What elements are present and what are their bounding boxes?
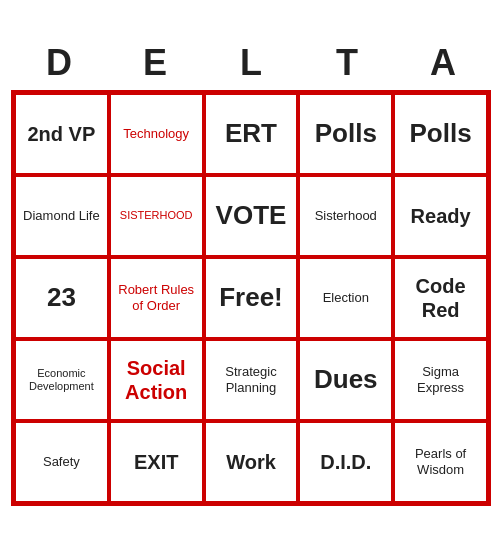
header-letter-L: L xyxy=(203,38,299,88)
header-letter-A: A xyxy=(395,38,491,88)
cell-2-2: Free! xyxy=(204,257,299,339)
cell-2-3: Election xyxy=(298,257,393,339)
header-letter-T: T xyxy=(299,38,395,88)
cell-3-4: Sigma Express xyxy=(393,339,488,421)
cell-1-1: SISTERHOOD xyxy=(109,175,204,257)
cell-text-1-4: Ready xyxy=(411,204,471,228)
cell-2-1: Robert Rules of Order xyxy=(109,257,204,339)
cell-text-2-1: Robert Rules of Order xyxy=(115,282,198,313)
cell-4-2: Work xyxy=(204,421,299,503)
cell-text-0-0: 2nd VP xyxy=(28,122,96,146)
bingo-card: DELTA 2nd VPTechnologyERTPollsPollsDiamo… xyxy=(11,38,491,506)
header-letter-D: D xyxy=(11,38,107,88)
cell-text-0-4: Polls xyxy=(410,118,472,149)
cell-text-0-2: ERT xyxy=(225,118,277,149)
cell-text-4-1: EXIT xyxy=(134,450,178,474)
cell-text-4-4: Pearls of Wisdom xyxy=(399,446,482,477)
cell-text-4-2: Work xyxy=(226,450,276,474)
cell-text-1-3: Sisterhood xyxy=(315,208,377,224)
cell-1-2: VOTE xyxy=(204,175,299,257)
bingo-grid: 2nd VPTechnologyERTPollsPollsDiamond Lif… xyxy=(11,90,491,506)
cell-4-4: Pearls of Wisdom xyxy=(393,421,488,503)
grid-row-0: 2nd VPTechnologyERTPollsPolls xyxy=(14,93,488,175)
cell-2-4: Code Red xyxy=(393,257,488,339)
cell-text-3-2: Strategic Planning xyxy=(210,364,293,395)
cell-3-3: Dues xyxy=(298,339,393,421)
cell-0-4: Polls xyxy=(393,93,488,175)
cell-4-0: Safety xyxy=(14,421,109,503)
grid-row-3: Economic DevelopmentSocial ActionStrateg… xyxy=(14,339,488,421)
cell-text-2-4: Code Red xyxy=(399,274,482,322)
cell-text-3-0: Economic Development xyxy=(20,367,103,393)
cell-text-3-4: Sigma Express xyxy=(399,364,482,395)
cell-0-1: Technology xyxy=(109,93,204,175)
cell-1-4: Ready xyxy=(393,175,488,257)
cell-text-2-3: Election xyxy=(323,290,369,306)
cell-text-4-3: D.I.D. xyxy=(320,450,371,474)
grid-row-2: 23Robert Rules of OrderFree!ElectionCode… xyxy=(14,257,488,339)
grid-row-1: Diamond LifeSISTERHOODVOTESisterhoodRead… xyxy=(14,175,488,257)
cell-text-1-1: SISTERHOOD xyxy=(120,209,193,222)
cell-4-3: D.I.D. xyxy=(298,421,393,503)
cell-1-0: Diamond Life xyxy=(14,175,109,257)
cell-3-0: Economic Development xyxy=(14,339,109,421)
cell-text-3-1: Social Action xyxy=(115,356,198,404)
cell-2-0: 23 xyxy=(14,257,109,339)
cell-text-1-2: VOTE xyxy=(216,200,287,231)
cell-text-0-1: Technology xyxy=(123,126,189,142)
cell-text-2-2: Free! xyxy=(219,282,283,313)
cell-3-1: Social Action xyxy=(109,339,204,421)
cell-1-3: Sisterhood xyxy=(298,175,393,257)
header-row: DELTA xyxy=(11,38,491,88)
cell-0-0: 2nd VP xyxy=(14,93,109,175)
grid-row-4: SafetyEXITWorkD.I.D.Pearls of Wisdom xyxy=(14,421,488,503)
cell-text-4-0: Safety xyxy=(43,454,80,470)
cell-0-2: ERT xyxy=(204,93,299,175)
cell-text-2-0: 23 xyxy=(47,282,76,313)
header-letter-E: E xyxy=(107,38,203,88)
cell-3-2: Strategic Planning xyxy=(204,339,299,421)
cell-4-1: EXIT xyxy=(109,421,204,503)
cell-text-0-3: Polls xyxy=(315,118,377,149)
cell-text-3-3: Dues xyxy=(314,364,378,395)
cell-text-1-0: Diamond Life xyxy=(23,208,100,224)
cell-0-3: Polls xyxy=(298,93,393,175)
